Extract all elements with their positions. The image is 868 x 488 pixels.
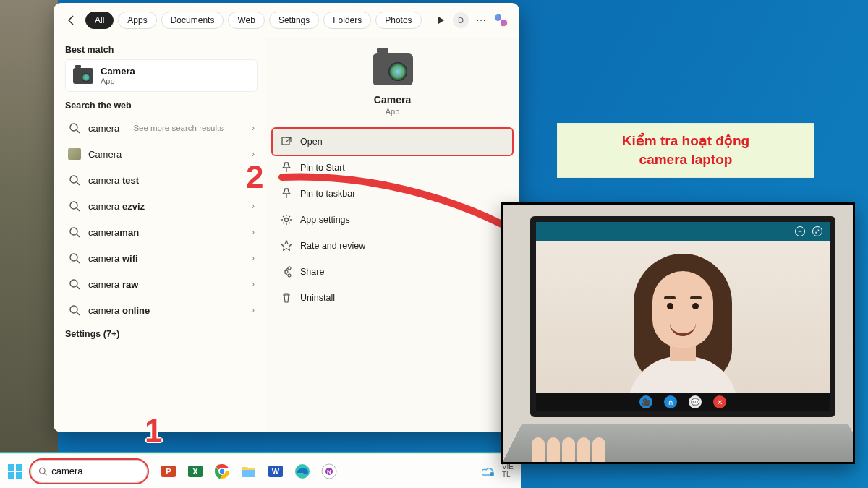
svg-point-13	[40, 468, 46, 474]
action-pin-start[interactable]: Pin to Start	[273, 155, 512, 181]
action-label: Rate and review	[300, 241, 365, 251]
chevron-right-icon: ›	[252, 123, 255, 133]
lang-indicator-top[interactable]: VIE	[502, 463, 514, 471]
search-icon	[68, 121, 81, 134]
hands-illustration	[532, 437, 633, 464]
powerpoint-icon[interactable]: P	[159, 462, 178, 481]
camera-app-toolbar: 🎥 ⋔ 💬 ✕	[536, 393, 830, 411]
tab-photos[interactable]: Photos	[375, 12, 421, 29]
svg-rect-7	[282, 137, 289, 145]
trash-icon	[280, 291, 293, 304]
stats-icon: ⋔	[664, 395, 677, 408]
chat-icon: 💬	[689, 395, 702, 408]
svg-text:N: N	[327, 468, 331, 475]
explorer-icon[interactable]	[239, 462, 258, 481]
web-result-text: Camera	[88, 149, 122, 160]
web-result[interactable]: camera ezviz›	[62, 193, 260, 219]
action-trash[interactable]: Uninstall	[273, 285, 512, 311]
action-open[interactable]: Open	[273, 129, 512, 155]
search-icon	[68, 174, 81, 187]
action-label: Open	[300, 137, 323, 147]
play-icon[interactable]	[437, 16, 446, 25]
search-icon	[68, 200, 81, 213]
svg-point-5	[70, 280, 77, 287]
star-icon	[280, 239, 293, 252]
action-star[interactable]: Rate and review	[273, 233, 512, 259]
chevron-right-icon: ›	[252, 253, 255, 263]
action-label: Share	[300, 267, 324, 277]
chevron-right-icon: ›	[252, 227, 255, 237]
tab-documents[interactable]: Documents	[161, 12, 224, 29]
tray-cloud-icon[interactable]	[482, 466, 495, 476]
chevron-right-icon: ›	[252, 305, 255, 315]
tab-settings[interactable]: Settings	[269, 12, 319, 29]
search-header: All Apps Documents Web Settings Folders …	[54, 3, 519, 38]
onenote-icon[interactable]: N	[320, 462, 339, 481]
search-icon	[68, 252, 81, 265]
more-button[interactable]: ⋯	[476, 14, 486, 26]
search-web-heading: Search the web	[65, 100, 258, 111]
web-result-text: camera wifi	[88, 253, 138, 264]
web-result[interactable]: Camera›	[62, 141, 260, 167]
web-result[interactable]: camera online›	[62, 297, 260, 323]
action-share[interactable]: Share	[273, 259, 512, 285]
camera-feed	[536, 241, 830, 393]
svg-text:X: X	[192, 467, 198, 476]
expand-icon: ⤢	[812, 226, 822, 236]
copilot-icon[interactable]	[493, 12, 509, 28]
svg-point-2	[70, 202, 77, 209]
web-result[interactable]: camera raw›	[62, 271, 260, 297]
chrome-icon[interactable]	[213, 462, 231, 481]
svg-rect-9	[8, 464, 14, 471]
web-result[interactable]: cameraman›	[62, 219, 260, 245]
action-pin-taskbar[interactable]: Pin to taskbar	[273, 181, 512, 207]
open-icon	[280, 135, 293, 148]
image-thumb-icon	[68, 147, 81, 160]
taskbar-search-input[interactable]	[51, 466, 140, 476]
action-label: App settings	[300, 215, 350, 225]
video-icon: 🎥	[639, 395, 652, 408]
svg-text:W: W	[272, 467, 280, 476]
svg-point-6	[70, 306, 77, 313]
annotation-number-2: 2	[246, 159, 263, 195]
chevron-right-icon: ›	[252, 149, 255, 159]
hangup-icon: ✕	[713, 395, 726, 408]
svg-text:P: P	[166, 467, 171, 476]
tab-folders[interactable]: Folders	[323, 12, 371, 29]
web-result[interactable]: camera - See more search results›	[62, 115, 260, 141]
lang-indicator-bot[interactable]: TL	[502, 471, 514, 479]
back-button[interactable]	[64, 12, 80, 28]
filter-tabs: All Apps Documents Web Settings Folders …	[85, 12, 422, 29]
web-result[interactable]: camera wifi›	[62, 245, 260, 271]
settings-heading: Settings (7+)	[65, 329, 258, 339]
tab-apps[interactable]: Apps	[118, 12, 156, 29]
pin-start-icon	[280, 161, 293, 174]
desktop-wallpaper	[0, 0, 58, 488]
details-title: Camera	[374, 94, 411, 106]
user-avatar[interactable]: D	[453, 12, 469, 28]
pin-taskbar-icon	[280, 187, 293, 200]
tab-web[interactable]: Web	[228, 12, 264, 29]
camera-app-topbar: − ⤢	[536, 222, 830, 241]
tab-all[interactable]: All	[85, 12, 114, 29]
best-match-result[interactable]: Camera App	[65, 59, 258, 92]
action-label: Pin to Start	[300, 163, 345, 173]
callout-box: Kiểm tra hoạt động camera laptop	[557, 123, 814, 178]
best-match-subtitle: App	[101, 77, 135, 85]
web-result-suffix: - See more search results	[128, 124, 224, 132]
action-settings[interactable]: App settings	[273, 207, 512, 233]
search-icon	[68, 226, 81, 239]
start-button[interactable]	[7, 463, 23, 479]
word-icon[interactable]: W	[266, 462, 285, 481]
chevron-right-icon: ›	[252, 279, 255, 289]
web-result[interactable]: camera test›	[62, 167, 260, 193]
web-result-text: cameraman	[88, 227, 139, 238]
edge-icon[interactable]	[293, 462, 312, 481]
svg-point-28	[490, 472, 494, 476]
chevron-right-icon: ›	[252, 201, 255, 211]
taskbar-search[interactable]	[30, 460, 148, 483]
settings-icon	[280, 213, 293, 226]
excel-icon[interactable]: X	[186, 462, 205, 481]
camera-app-icon-large	[373, 53, 413, 85]
svg-rect-21	[242, 470, 255, 477]
